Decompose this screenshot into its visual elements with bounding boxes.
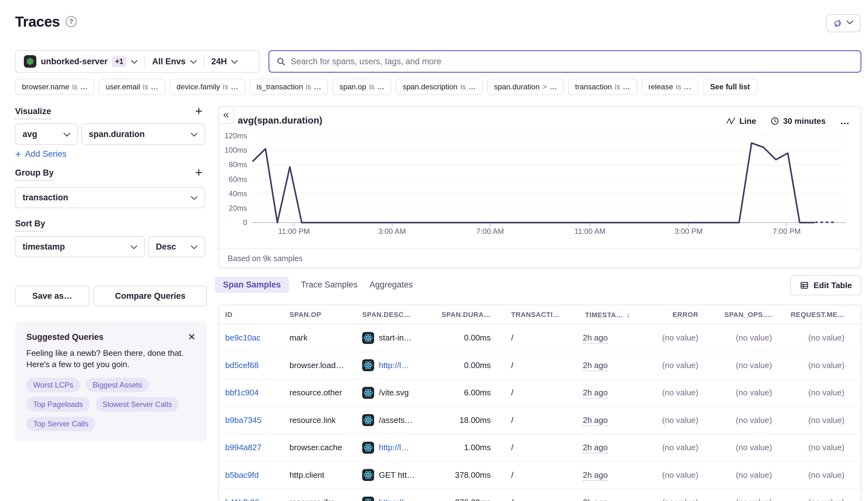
cell-span-duration: 18.00ms [459,415,491,425]
filter-chip-user-email[interactable]: user.emailis... [99,79,165,95]
chevron-down-icon [191,193,198,203]
tab-trace-samples[interactable]: Trace Samples [301,277,358,293]
suggested-query-biggest-assets[interactable]: Biggest Assets [86,378,149,392]
project-selector[interactable]: unborked-server +1 [24,55,138,68]
field-value: span.duration [89,129,145,139]
search-input[interactable] [291,57,854,66]
page-header: Traces ? [15,13,77,30]
platform-icon [362,469,374,481]
react-logo-icon [363,333,373,343]
add-group-by-button[interactable]: + [192,166,205,179]
suggested-queries-chips: Worst LCPsBiggest AssetsTop PageloadsSlo… [27,378,196,431]
chart-type-button[interactable]: Line [726,116,756,126]
suggested-query-worst-lcps[interactable]: Worst LCPs [27,378,80,392]
cell-error: (no value) [662,470,698,480]
cell-span-id[interactable]: bbf1c904 [225,388,289,397]
cell-span-id[interactable]: b5bac9fd [225,470,289,480]
platform-icon [362,359,374,371]
tab-aggregates[interactable]: Aggregates [369,277,413,293]
cell-span-ops: (no value) [736,388,772,397]
field-select[interactable]: span.duration [81,124,205,145]
cell-span-id[interactable]: be9c10ac [225,333,289,343]
sort-field-value: timestamp [23,242,65,252]
column-header-span-desc[interactable]: SPAN.DESC… [362,311,437,319]
cell-timestamp: 2h ago [583,415,630,425]
suggested-query-top-server-calls[interactable]: Top Server Calls [27,417,95,431]
visualize-label: Visualize [15,107,51,119]
sort-field-select[interactable]: timestamp [15,236,145,257]
table-row: bd5cef68browser.load…http://l…0.00ms/2h … [219,352,861,380]
cell-span-op: resource.ifra… [289,498,362,501]
suggested-query-slowest-server-calls[interactable]: Slowest Server Calls [96,397,179,412]
sort-desc-icon: ↓ [626,310,630,319]
cell-span-duration: 0.00ms [464,333,491,343]
cell-span-duration: 1.00ms [464,443,491,452]
help-icon[interactable]: ? [65,16,77,27]
table-header-row: IDSPAN.OPSPAN.DESC…SPAN.DURA…TRANSACTI…T… [219,305,861,324]
column-header-request-me[interactable]: REQUEST.ME… [791,311,845,319]
chart-interval-button[interactable]: 30 minutes [771,116,826,126]
table-row: b5bac9fdhttp.clientGET htt…378.00ms/2h a… [219,462,861,489]
column-header-error[interactable]: ERROR [673,311,698,319]
filter-chip-release[interactable]: releaseis... [642,79,698,95]
cell-span-ops: (no value) [736,333,772,343]
feedback-button[interactable] [826,14,860,32]
group-by-select[interactable]: transaction [15,187,205,208]
cell-span-description: https://… [362,497,437,501]
tab-span-samples[interactable]: Span Samples [215,277,289,293]
filter-chip-span-description[interactable]: span.descriptionis... [396,79,483,95]
suggested-queries-body: Feeling like a newb? Been there, done th… [27,348,194,370]
column-header-timesta[interactable]: TIMESTA…↓ [585,310,630,319]
edit-table-button[interactable]: Edit Table [790,275,861,295]
page-title: Traces [15,13,60,30]
cell-timestamp: 2h ago [583,443,630,452]
column-header-span-ops[interactable]: SPAN_OPS…. [724,311,772,319]
cell-span-description: http://l… [362,359,437,371]
collapse-sidebar-icon[interactable]: « [218,106,234,124]
column-header-transacti[interactable]: TRANSACTI… [491,311,558,319]
environment-selector[interactable]: All Envs [152,57,197,66]
time-range-selector[interactable]: 24H [211,57,238,66]
column-header-id[interactable]: ID [225,311,289,319]
column-header-span-op[interactable]: SPAN.OP [289,311,362,319]
cell-span-id[interactable]: b41bfb26 [225,498,289,501]
see-full-list-button[interactable]: See full list [703,79,758,95]
cell-span-id[interactable]: bd5cef68 [225,361,289,370]
filter-chip-span-op[interactable]: span.opis... [332,79,391,95]
cell-timestamp: 2h ago [583,361,630,370]
sort-direction-select[interactable]: Desc [148,236,205,257]
add-visualize-button[interactable]: + [192,105,205,117]
filter-chip-transaction[interactable]: transactionis... [568,79,637,95]
chart-more-options-icon[interactable]: … [840,116,850,126]
search-box[interactable] [268,50,861,73]
chevron-down-icon [130,242,137,252]
line-chart-icon [726,117,736,125]
add-series-button[interactable]: + Add Series [15,149,66,159]
platform-icon [362,332,374,344]
cell-error: (no value) [662,361,698,370]
compare-queries-button[interactable]: Compare Queries [94,286,207,306]
cell-transaction: / [491,470,558,480]
filter-chips-row: browser.nameis...user.emailis...device.f… [15,79,757,95]
plus-icon: + [15,149,21,159]
x-axis-tick-label: 3:00 PM [665,227,712,236]
chevron-down-icon [846,20,853,26]
column-header-span-dura[interactable]: SPAN.DURA… [442,311,491,319]
filter-chip-browser-name[interactable]: browser.nameis... [15,79,94,95]
filter-chip-device-family[interactable]: device.familyis... [170,79,245,95]
close-icon[interactable]: ✕ [188,332,196,342]
table-row: b41bfb26resource.ifra…https://…276.00ms/… [219,489,861,501]
filter-chip-is-transaction[interactable]: is_transactionis... [250,79,328,95]
cell-span-description: /assets… [362,414,437,426]
project-logo-icon [26,57,34,66]
filter-chip-span-duration[interactable]: span.duration>... [487,79,563,95]
cell-span-id[interactable]: b9ba7345 [225,415,289,425]
aggregate-select[interactable]: avg [15,124,78,145]
cell-span-id[interactable]: b994a827 [225,443,289,452]
x-axis-tick-label: 7:00 AM [467,227,514,236]
y-axis-tick-label: 100ms [219,146,247,155]
react-logo-icon [363,470,373,480]
suggested-query-top-pageloads[interactable]: Top Pageloads [27,397,90,412]
save-as-button[interactable]: Save as… [15,286,89,306]
results-tabs: Span SamplesTrace SamplesAggregates [215,275,413,295]
